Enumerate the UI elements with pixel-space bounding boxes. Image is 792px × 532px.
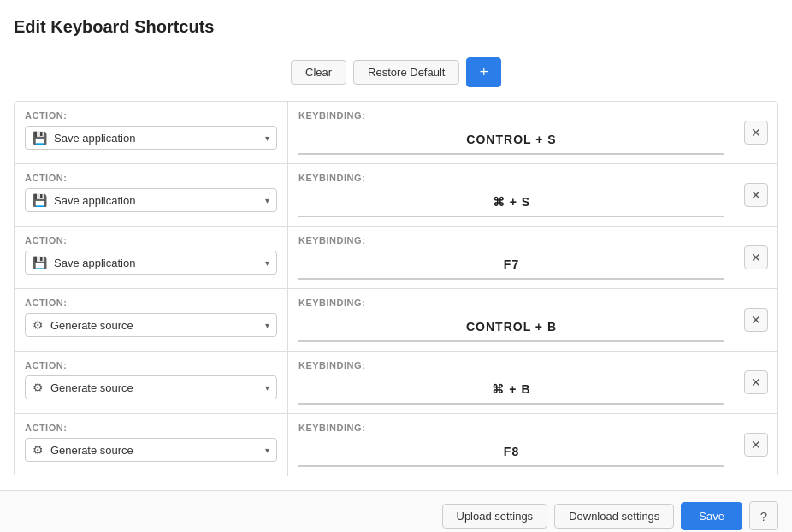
- save-button[interactable]: Save: [681, 502, 742, 530]
- close-icon-0: ✕: [751, 126, 761, 139]
- keybinding-wrap-3: KEYBINDING: CONTROL + B: [298, 298, 724, 342]
- keybinding-wrap-4: KEYBINDING: ⌘ + B: [298, 360, 724, 405]
- keybinding-display-2[interactable]: F7: [298, 251, 724, 280]
- upload-settings-button[interactable]: Upload settings: [442, 504, 548, 529]
- action-icon-0: 💾: [33, 131, 47, 145]
- action-section-4: ACTION: ⚙ Generate source ▾: [15, 352, 288, 413]
- add-shortcut-button[interactable]: +: [466, 57, 501, 87]
- chevron-down-icon-2: ▾: [265, 258, 269, 268]
- action-icon-3: ⚙: [33, 318, 44, 332]
- action-section-1: ACTION: 💾 Save application ▾: [15, 164, 288, 226]
- main-content: Edit Keyboard Shortcuts Clear Restore De…: [0, 0, 792, 490]
- action-label-3: ACTION:: [25, 298, 277, 308]
- table-row: ACTION: 💾 Save application ▾ KEYBINDING:…: [15, 102, 777, 164]
- chevron-down-icon-0: ▾: [265, 133, 269, 143]
- action-icon-5: ⚙: [33, 443, 44, 457]
- page-title: Edit Keyboard Shortcuts: [14, 17, 778, 37]
- action-section-0: ACTION: 💾 Save application ▾: [15, 102, 288, 163]
- keybinding-label-4: KEYBINDING:: [298, 360, 724, 370]
- keybinding-label-1: KEYBINDING:: [298, 173, 724, 183]
- action-icon-4: ⚙: [33, 381, 44, 394]
- close-icon-2: ✕: [751, 251, 761, 264]
- delete-button-1[interactable]: ✕: [744, 183, 768, 207]
- delete-section-1: ✕: [735, 164, 777, 226]
- action-text-0: Save application: [54, 132, 135, 145]
- keybinding-display-4[interactable]: ⌘ + B: [298, 375, 724, 405]
- action-section-2: ACTION: 💾 Save application ▾: [15, 227, 288, 288]
- chevron-down-icon-1: ▾: [265, 196, 269, 205]
- action-select-2[interactable]: 💾 Save application ▾: [25, 251, 277, 275]
- action-section-3: ACTION: ⚙ Generate source ▾: [15, 289, 288, 351]
- keybinding-section-3: KEYBINDING: CONTROL + B: [288, 289, 735, 351]
- table-row: ACTION: ⚙ Generate source ▾ KEYBINDING: …: [15, 352, 777, 414]
- action-label-4: ACTION:: [25, 360, 277, 370]
- delete-section-0: ✕: [735, 102, 777, 163]
- keybinding-label-0: KEYBINDING:: [298, 110, 724, 121]
- close-icon-3: ✕: [751, 313, 761, 327]
- action-label-1: ACTION:: [25, 173, 277, 183]
- keybinding-display-0[interactable]: CONTROL + S: [298, 126, 724, 155]
- clear-button[interactable]: Clear: [291, 60, 346, 85]
- keybinding-section-4: KEYBINDING: ⌘ + B: [288, 352, 735, 413]
- action-section-5: ACTION: ⚙ Generate source ▾: [15, 414, 288, 476]
- chevron-down-icon-5: ▾: [265, 446, 269, 455]
- action-select-3[interactable]: ⚙ Generate source ▾: [25, 313, 277, 337]
- delete-section-2: ✕: [735, 227, 777, 288]
- shortcuts-list: ACTION: 💾 Save application ▾ KEYBINDING:…: [14, 101, 778, 476]
- table-row: ACTION: 💾 Save application ▾ KEYBINDING:…: [15, 227, 777, 289]
- chevron-down-icon-4: ▾: [265, 383, 269, 393]
- action-select-5[interactable]: ⚙ Generate source ▾: [25, 438, 277, 462]
- action-text-4: Generate source: [50, 381, 133, 394]
- table-row: ACTION: 💾 Save application ▾ KEYBINDING:…: [15, 164, 777, 227]
- delete-button-4[interactable]: ✕: [744, 370, 768, 394]
- keybinding-section-0: KEYBINDING: CONTROL + S: [288, 102, 735, 163]
- table-row: ACTION: ⚙ Generate source ▾ KEYBINDING: …: [15, 289, 777, 352]
- keybinding-section-5: KEYBINDING: F8: [288, 414, 735, 476]
- chevron-down-icon-3: ▾: [265, 321, 269, 330]
- bottom-bar: Upload settings Download settings Save ?: [0, 490, 792, 532]
- close-icon-4: ✕: [751, 375, 761, 389]
- action-label-2: ACTION:: [25, 235, 277, 245]
- keybinding-display-3[interactable]: CONTROL + B: [298, 313, 724, 342]
- delete-section-4: ✕: [735, 352, 777, 413]
- help-button[interactable]: ?: [749, 501, 778, 530]
- action-icon-1: 💾: [33, 193, 47, 207]
- download-settings-button[interactable]: Download settings: [554, 504, 674, 529]
- keybinding-wrap-5: KEYBINDING: F8: [298, 423, 724, 467]
- keybinding-wrap-0: KEYBINDING: CONTROL + S: [298, 110, 724, 155]
- delete-button-2[interactable]: ✕: [744, 245, 768, 269]
- delete-section-3: ✕: [735, 289, 777, 351]
- keybinding-display-5[interactable]: F8: [298, 438, 724, 467]
- keybinding-section-2: KEYBINDING: F7: [288, 227, 735, 288]
- delete-button-0[interactable]: ✕: [744, 121, 768, 145]
- close-icon-5: ✕: [751, 438, 761, 452]
- action-label-5: ACTION:: [25, 423, 277, 433]
- keybinding-display-1[interactable]: ⌘ + S: [298, 188, 724, 217]
- action-select-4[interactable]: ⚙ Generate source ▾: [25, 375, 277, 399]
- delete-button-5[interactable]: ✕: [744, 433, 768, 457]
- action-text-5: Generate source: [50, 444, 133, 457]
- keybinding-section-1: KEYBINDING: ⌘ + S: [288, 164, 735, 226]
- help-icon: ?: [760, 509, 767, 523]
- action-label-0: ACTION:: [25, 110, 277, 121]
- keybinding-label-2: KEYBINDING:: [298, 235, 724, 245]
- keybinding-wrap-2: KEYBINDING: F7: [298, 235, 724, 280]
- keybinding-wrap-1: KEYBINDING: ⌘ + S: [298, 173, 724, 217]
- delete-section-5: ✕: [735, 414, 777, 476]
- close-icon-1: ✕: [751, 188, 761, 202]
- delete-button-3[interactable]: ✕: [744, 308, 768, 332]
- action-select-0[interactable]: 💾 Save application ▾: [25, 126, 277, 150]
- action-text-3: Generate source: [50, 319, 133, 332]
- page-container: Edit Keyboard Shortcuts Clear Restore De…: [0, 0, 792, 532]
- toolbar: Clear Restore Default +: [14, 57, 778, 87]
- keybinding-label-5: KEYBINDING:: [298, 423, 724, 433]
- action-icon-2: 💾: [33, 256, 47, 269]
- action-text-2: Save application: [54, 257, 135, 269]
- action-text-1: Save application: [54, 194, 135, 207]
- restore-default-button[interactable]: Restore Default: [353, 60, 459, 85]
- action-select-1[interactable]: 💾 Save application ▾: [25, 188, 277, 212]
- table-row: ACTION: ⚙ Generate source ▾ KEYBINDING: …: [15, 414, 777, 476]
- keybinding-label-3: KEYBINDING:: [298, 298, 724, 308]
